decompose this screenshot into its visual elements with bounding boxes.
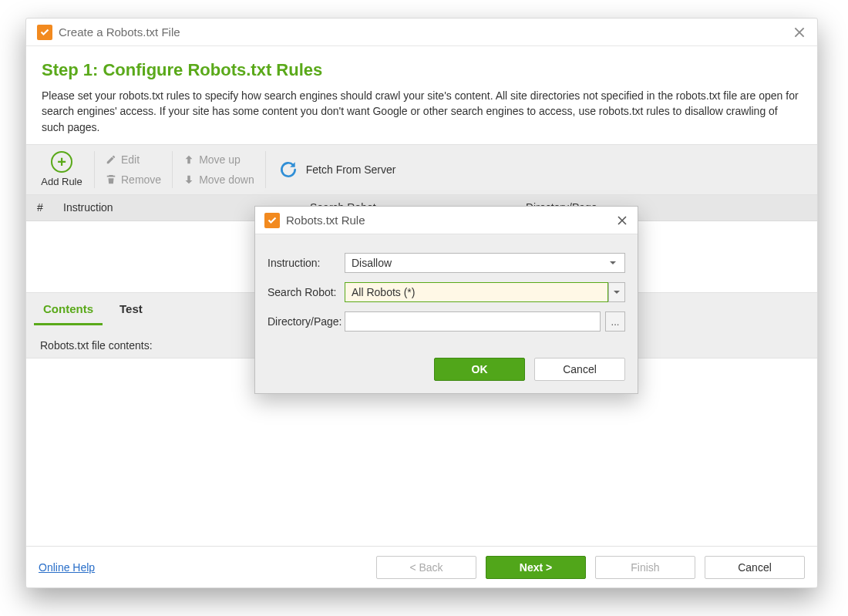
toolbar-separator	[265, 151, 266, 188]
finish-button[interactable]: Finish	[595, 556, 695, 579]
window-title: Create a Robots.txt File	[59, 25, 792, 39]
remove-button[interactable]: Remove	[106, 170, 161, 190]
chevron-down-icon	[604, 253, 621, 273]
instruction-value: Disallow	[352, 257, 392, 269]
toolbar-separator	[172, 151, 173, 188]
th-number[interactable]: #	[26, 201, 52, 214]
pencil-icon	[106, 154, 116, 165]
trash-icon	[106, 174, 116, 185]
search-robot-value: All Robots (*)	[352, 286, 415, 298]
tab-test[interactable]: Test	[110, 293, 152, 325]
wizard-footer: Online Help < Back Next > Finish Cancel	[26, 546, 817, 587]
ok-button[interactable]: OK	[434, 358, 525, 381]
robots-rule-dialog: Robots.txt Rule Instruction: Disallow Se…	[254, 206, 638, 394]
browse-button[interactable]: ...	[605, 311, 625, 332]
add-rule-button[interactable]: + Add Rule	[34, 145, 89, 194]
move-down-button[interactable]: Move down	[183, 170, 254, 190]
add-rule-label: Add Rule	[41, 176, 82, 187]
app-icon	[264, 213, 280, 228]
directory-input[interactable]	[345, 311, 601, 332]
edit-button[interactable]: Edit	[106, 150, 161, 170]
step-description: Please set your robots.txt rules to spec…	[42, 88, 802, 135]
main-window: Create a Robots.txt File Step 1: Configu…	[25, 18, 818, 588]
dialog-title: Robots.txt Rule	[286, 214, 616, 227]
cancel-button[interactable]: Cancel	[705, 556, 805, 579]
step-title: Step 1: Configure Robots.txt Rules	[42, 60, 802, 80]
dialog-actions: OK Cancel	[255, 345, 638, 393]
search-robot-label: Search Robot:	[268, 286, 345, 298]
instruction-select[interactable]: Disallow	[345, 253, 625, 273]
refresh-icon	[278, 160, 298, 180]
close-icon[interactable]	[616, 214, 628, 227]
search-robot-select[interactable]: All Robots (*)	[345, 282, 608, 302]
next-button[interactable]: Next >	[486, 556, 586, 579]
step-header: Step 1: Configure Robots.txt Rules Pleas…	[26, 46, 817, 144]
arrow-down-icon	[183, 174, 194, 185]
dialog-titlebar: Robots.txt Rule	[255, 207, 638, 234]
move-up-button[interactable]: Move up	[183, 150, 254, 170]
chevron-down-icon[interactable]	[608, 282, 625, 302]
dialog-form: Instruction: Disallow Search Robot: All …	[255, 234, 638, 345]
directory-label: Directory/Page:	[268, 315, 345, 328]
back-button[interactable]: < Back	[376, 556, 476, 579]
fetch-label: Fetch From Server	[306, 163, 396, 176]
online-help-link[interactable]: Online Help	[39, 561, 95, 574]
dialog-cancel-button[interactable]: Cancel	[534, 358, 625, 381]
fetch-from-server-button[interactable]: Fetch From Server	[271, 145, 404, 194]
plus-icon: +	[51, 151, 72, 173]
close-icon[interactable]	[792, 25, 806, 39]
instruction-label: Instruction:	[268, 257, 345, 269]
toolbar: + Add Rule Edit Remove Move up Move down	[26, 144, 817, 195]
arrow-up-icon	[183, 154, 194, 165]
app-icon	[37, 25, 52, 40]
titlebar: Create a Robots.txt File	[26, 19, 817, 46]
toolbar-separator	[94, 151, 95, 188]
tab-contents[interactable]: Contents	[34, 293, 103, 325]
